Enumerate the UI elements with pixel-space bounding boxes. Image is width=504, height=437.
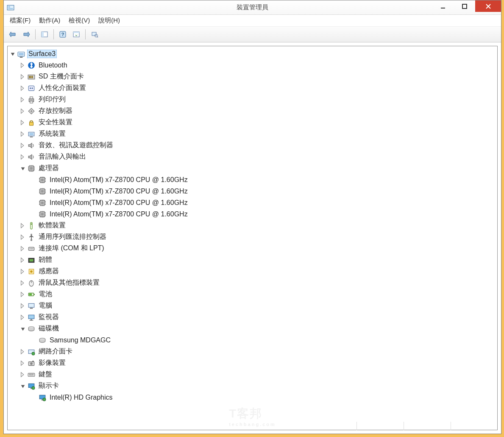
- expander-closed-icon[interactable]: [19, 85, 26, 92]
- tree-root-node[interactable]: Surface3 Bluetooth SD 主機介面卡 人性化介面裝置 列印佇列…: [8, 48, 497, 403]
- category-label[interactable]: 軟體裝置: [37, 221, 67, 230]
- expander-closed-icon[interactable]: [19, 268, 26, 275]
- category-label[interactable]: 人性化介面裝置: [37, 83, 87, 93]
- device-label[interactable]: Samsung MDGAGC: [48, 336, 112, 345]
- expander-open-icon[interactable]: [19, 383, 26, 389]
- category-mouse[interactable]: 滑鼠及其他指標裝置: [18, 277, 497, 289]
- expander-closed-icon[interactable]: [19, 131, 26, 137]
- device-label[interactable]: Intel(R) Atom(TM) x7-Z8700 CPU @ 1.60GHz: [48, 176, 189, 184]
- toolbar-help-button[interactable]: [56, 28, 69, 41]
- category-label[interactable]: 安全性裝置: [37, 118, 74, 127]
- category-label[interactable]: 系統裝置: [37, 129, 67, 139]
- category-network[interactable]: 網路介面卡: [18, 346, 497, 357]
- device-item[interactable]: Intel(R) Atom(TM) x7-Z8700 CPU @ 1.60GHz: [28, 208, 497, 220]
- category-sdhost[interactable]: SD 主機介面卡: [18, 71, 497, 82]
- category-printqueue[interactable]: 列印佇列: [18, 94, 497, 105]
- category-storagectl[interactable]: 存放控制器: [18, 105, 497, 117]
- category-computer[interactable]: 電腦: [18, 300, 497, 311]
- expander-closed-icon[interactable]: [19, 245, 26, 252]
- device-label[interactable]: Intel(R) Atom(TM) x7-Z8700 CPU @ 1.60GHz: [48, 187, 189, 196]
- category-label[interactable]: 列印佇列: [37, 95, 67, 104]
- expander-closed-icon[interactable]: [19, 222, 26, 229]
- expander-closed-icon[interactable]: [19, 62, 26, 69]
- category-keyboard[interactable]: 鍵盤: [18, 369, 497, 380]
- device-label[interactable]: Intel(R) Atom(TM) x7-Z8700 CPU @ 1.60GHz: [48, 199, 189, 207]
- expander-closed-icon[interactable]: [19, 280, 26, 286]
- device-item[interactable]: Intel(R) Atom(TM) x7-Z8700 CPU @ 1.60GHz: [28, 185, 497, 197]
- category-label[interactable]: 音訊輸入與輸出: [37, 152, 87, 162]
- category-label[interactable]: 存放控制器: [37, 106, 74, 116]
- device-item[interactable]: Intel(R) HD Graphics: [28, 392, 497, 403]
- category-label[interactable]: 鍵盤: [37, 370, 53, 379]
- category-label[interactable]: SD 主機介面卡: [37, 72, 85, 81]
- category-monitor[interactable]: 監視器: [18, 311, 497, 323]
- menu-view[interactable]: 檢視(V): [65, 15, 95, 26]
- device-item[interactable]: Intel(R) Atom(TM) x7-Z8700 CPU @ 1.60GHz: [28, 174, 497, 185]
- device-label[interactable]: Intel(R) HD Graphics: [48, 393, 114, 402]
- category-system[interactable]: 系統裝置: [18, 128, 497, 140]
- toolbar-back-button[interactable]: [6, 28, 19, 41]
- minimize-button[interactable]: [432, 0, 454, 12]
- category-label[interactable]: 電池: [37, 289, 53, 299]
- category-label[interactable]: 顯示卡: [37, 381, 60, 391]
- category-display[interactable]: 顯示卡 Intel(R) HD Graphics: [18, 380, 497, 403]
- tree-root-label[interactable]: Surface3: [27, 50, 57, 58]
- expander-open-icon[interactable]: [19, 325, 26, 332]
- category-label[interactable]: 滑鼠及其他指標裝置: [37, 278, 101, 288]
- expander-closed-icon[interactable]: [19, 303, 26, 309]
- category-hid[interactable]: 人性化介面裝置: [18, 82, 497, 94]
- expander-open-icon[interactable]: [19, 165, 26, 172]
- category-label[interactable]: 網路介面卡: [37, 347, 74, 356]
- category-softdev[interactable]: 軟體裝置: [18, 220, 497, 231]
- category-label[interactable]: 磁碟機: [37, 324, 60, 333]
- expander-closed-icon[interactable]: [19, 360, 26, 367]
- toolbar-show-pane-button[interactable]: [38, 28, 51, 41]
- category-usb[interactable]: 通用序列匯流排控制器: [18, 231, 497, 243]
- category-firmware[interactable]: 韌體: [18, 254, 497, 266]
- device-item[interactable]: Intel(R) Atom(TM) x7-Z8700 CPU @ 1.60GHz: [28, 197, 497, 208]
- titlebar[interactable]: 裝置管理員: [4, 0, 501, 15]
- category-battery[interactable]: 電池: [18, 289, 497, 300]
- expander-closed-icon[interactable]: [19, 96, 26, 103]
- expander-closed-icon[interactable]: [19, 142, 26, 149]
- expander-closed-icon[interactable]: [19, 348, 26, 355]
- close-button[interactable]: [475, 0, 501, 12]
- category-avgame[interactable]: 音效、視訊及遊戲控制器: [18, 140, 497, 151]
- category-audioio[interactable]: 音訊輸入與輸出: [18, 151, 497, 162]
- expander-closed-icon[interactable]: [19, 108, 26, 115]
- menu-action[interactable]: 動作(A): [36, 15, 65, 26]
- expander-closed-icon[interactable]: [19, 154, 26, 160]
- category-sensor[interactable]: 感應器: [18, 266, 497, 277]
- toolbar-forward-button[interactable]: [20, 28, 33, 41]
- category-ports[interactable]: 連接埠 (COM 和 LPT): [18, 243, 497, 254]
- menu-file[interactable]: 檔案(F): [6, 15, 36, 26]
- expander-closed-icon[interactable]: [19, 257, 26, 263]
- category-disk[interactable]: 磁碟機 Samsung MDGAGC: [18, 323, 497, 346]
- category-label[interactable]: 通用序列匯流排控制器: [37, 232, 108, 242]
- category-label[interactable]: 影像裝置: [37, 358, 67, 368]
- category-label[interactable]: 連接埠 (COM 和 LPT): [37, 244, 106, 253]
- category-label[interactable]: 電腦: [37, 301, 53, 311]
- category-label[interactable]: 音效、視訊及遊戲控制器: [37, 140, 114, 150]
- menu-help[interactable]: 說明(H): [95, 15, 125, 26]
- expander-closed-icon[interactable]: [19, 73, 26, 80]
- category-label[interactable]: 韌體: [37, 255, 53, 265]
- toolbar-action-pane-button[interactable]: [70, 28, 83, 41]
- category-label[interactable]: Bluetooth: [37, 61, 69, 70]
- expander-closed-icon[interactable]: [19, 291, 26, 298]
- maximize-button[interactable]: [454, 0, 475, 12]
- expander-open-icon[interactable]: [9, 50, 16, 57]
- device-tree[interactable]: Surface3 Bluetooth SD 主機介面卡 人性化介面裝置 列印佇列…: [7, 46, 498, 430]
- category-label[interactable]: 感應器: [37, 266, 60, 276]
- category-label[interactable]: 處理器: [37, 163, 60, 173]
- device-label[interactable]: Intel(R) Atom(TM) x7-Z8700 CPU @ 1.60GHz: [48, 210, 189, 218]
- category-cpu[interactable]: 處理器 Intel(R) Atom(TM) x7-Z8700 CPU @ 1.6…: [18, 162, 497, 220]
- expander-closed-icon[interactable]: [19, 119, 26, 126]
- category-bluetooth[interactable]: Bluetooth: [18, 59, 497, 71]
- device-item[interactable]: Samsung MDGAGC: [28, 334, 497, 346]
- toolbar-scan-hardware-button[interactable]: [88, 28, 101, 41]
- expander-closed-icon[interactable]: [19, 371, 26, 378]
- category-security[interactable]: 安全性裝置: [18, 117, 497, 128]
- category-imaging[interactable]: 影像裝置: [18, 357, 497, 369]
- category-label[interactable]: 監視器: [37, 312, 60, 322]
